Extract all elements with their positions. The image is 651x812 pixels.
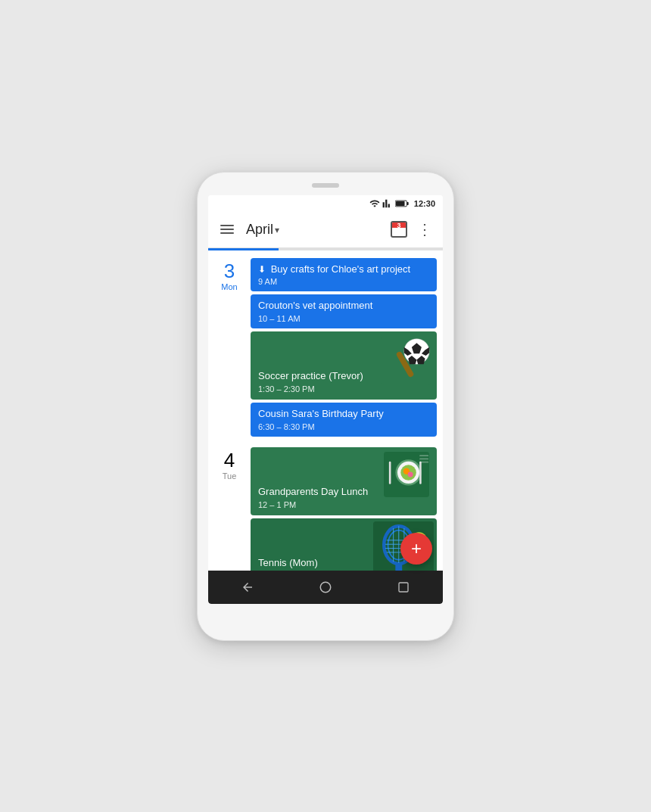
app-bar: April ▾ 3 ⋮ (208, 212, 443, 248)
soccer-title: Soccer practice (Trevor) (258, 370, 363, 383)
month-title: April (246, 222, 273, 238)
soccer-bg: Soccer practice (Trevor) 1:30 – 2:30 PM (251, 331, 437, 400)
calendar-today-button[interactable]: 3 (388, 219, 410, 240)
phone-frame: 12:30 April ▾ 3 (197, 172, 454, 641)
event-buy-crafts-time: 9 AM (258, 277, 429, 286)
fab-add-event[interactable]: + (400, 533, 432, 565)
svg-point-34 (320, 582, 331, 593)
day-name-mon: Mon (221, 282, 237, 291)
download-icon: ⬇ (258, 264, 266, 276)
event-vet-title: Crouton's vet appointment (258, 300, 429, 313)
svg-rect-2 (407, 202, 409, 205)
svg-rect-18 (419, 462, 422, 484)
more-options-button[interactable]: ⋮ (416, 220, 434, 238)
svg-rect-20 (419, 459, 428, 460)
birthday-party-title: Cousin Sara's Birthday Party (258, 408, 429, 421)
app-title-area[interactable]: April ▾ (246, 222, 382, 238)
event-grandparents-lunch[interactable]: Grandparents Day Lunch 12 – 1 PM (251, 447, 437, 515)
recents-button[interactable] (392, 576, 415, 599)
event-buy-crafts[interactable]: ⬇ Buy crafts for Chloe's art project 9 A… (251, 258, 437, 292)
day-number-4: 4 (224, 450, 235, 470)
svg-rect-17 (389, 462, 391, 484)
food-illustration (384, 452, 429, 497)
status-time: 12:30 (414, 199, 435, 208)
status-bar: 12:30 (208, 195, 443, 212)
svg-rect-35 (399, 583, 408, 592)
event-buy-crafts-title: ⬇ Buy crafts for Chloe's art project (258, 263, 429, 276)
event-birthday-party[interactable]: Cousin Sara's Birthday Party 6:30 – 8:30… (251, 403, 437, 437)
battery-icon (395, 198, 409, 209)
home-button[interactable] (314, 576, 337, 599)
grandparents-title: Grandparents Day Lunch (258, 486, 368, 499)
signal-icon (382, 198, 393, 209)
tennis-title: Tennis (Mom) (258, 557, 318, 570)
day-name-tue: Tue (223, 471, 237, 481)
dropdown-arrow-icon: ▾ (275, 225, 279, 235)
day-label-monday: 3 Mon (208, 258, 251, 437)
scroll-content[interactable]: 3 Mon ⬇ Buy crafts for Chloe's art proje… (208, 250, 443, 571)
grandparents-event-text: Grandparents Day Lunch 12 – 1 PM (258, 486, 368, 509)
tennis-event-text: Tennis (Mom) 5 – 6 PM (258, 557, 318, 570)
soccer-event-text: Soccer practice (Trevor) 1:30 – 2:30 PM (258, 370, 363, 394)
events-monday: ⬇ Buy crafts for Chloe's art project 9 A… (251, 258, 443, 437)
event-vet-time: 10 – 11 AM (258, 314, 429, 323)
soccer-ball-illustration (382, 336, 431, 385)
status-icons: 12:30 (369, 198, 435, 209)
phone-screen: 12:30 April ▾ 3 (208, 195, 443, 604)
home-icon (319, 580, 332, 594)
calendar-badge-number: 3 (397, 222, 400, 229)
hamburger-menu-button[interactable] (217, 222, 237, 237)
grandparents-bg: Grandparents Day Lunch 12 – 1 PM (251, 447, 437, 515)
back-button[interactable] (236, 576, 259, 599)
svg-rect-32 (395, 563, 402, 570)
grandparents-time: 12 – 1 PM (258, 500, 368, 509)
calendar-badge: 3 (391, 221, 407, 238)
calendar-badge-top: 3 (392, 222, 406, 228)
event-soccer-practice[interactable]: Soccer practice (Trevor) 1:30 – 2:30 PM (251, 331, 437, 400)
svg-point-16 (408, 472, 413, 478)
day-section-monday: 3 Mon ⬇ Buy crafts for Chloe's art proje… (208, 250, 443, 440)
back-icon (241, 580, 254, 594)
soccer-time: 1:30 – 2:30 PM (258, 384, 363, 394)
appbar-actions: 3 ⋮ (388, 219, 434, 240)
nav-bar (208, 571, 443, 604)
svg-rect-19 (419, 455, 428, 456)
event-vet-appointment[interactable]: Crouton's vet appointment 10 – 11 AM (251, 294, 437, 328)
svg-rect-21 (419, 462, 428, 463)
recents-icon (397, 581, 410, 593)
birthday-party-time: 6:30 – 8:30 PM (258, 422, 429, 431)
day-number-3: 3 (224, 261, 235, 281)
fab-plus-icon: + (411, 540, 422, 558)
svg-rect-1 (396, 201, 405, 206)
day-label-tuesday: 4 Tue (208, 447, 251, 570)
wifi-icon (369, 198, 380, 209)
phone-speaker (312, 183, 339, 188)
